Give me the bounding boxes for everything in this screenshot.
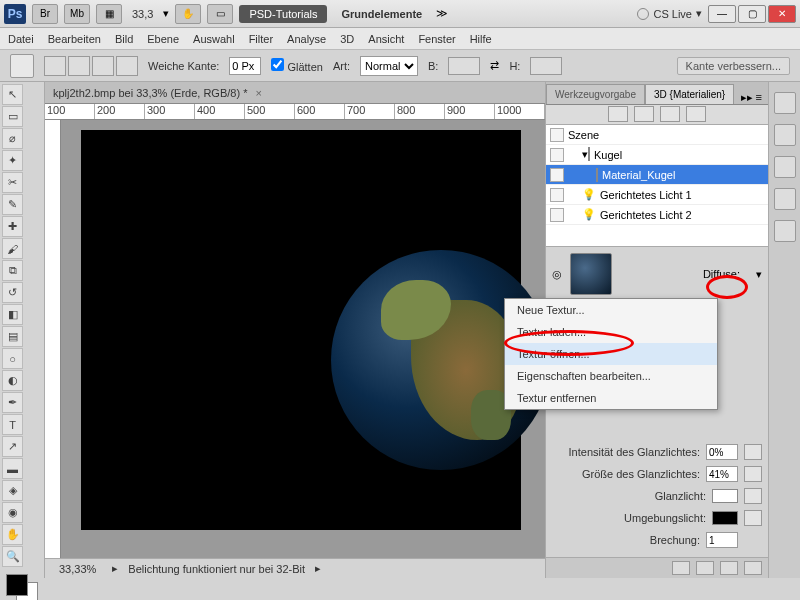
shape-tool[interactable]: ▬ [2,458,23,479]
color-swatch[interactable] [2,574,42,600]
feather-input[interactable] [229,57,261,75]
menu-bild[interactable]: Bild [115,33,133,45]
menu-open-texture[interactable]: Textur öffnen... [505,343,717,365]
view-button[interactable]: ▭ [207,4,233,24]
more-workspaces[interactable]: ≫ [436,7,448,20]
document-tab[interactable]: kplj2th2.bmp bei 33,3% (Erde, RGB/8) * × [45,82,545,104]
heal-tool[interactable]: ✚ [2,216,23,237]
close-button[interactable]: ✕ [768,5,796,23]
menu-ebene[interactable]: Ebene [147,33,179,45]
current-tool-icon[interactable] [10,54,34,78]
mb-button[interactable]: Mb [64,4,90,24]
maximize-button[interactable]: ▢ [738,5,766,23]
tab-werkzeugvorgabe[interactable]: Werkzeugvorgabe [546,84,645,104]
filter-mat-icon[interactable] [660,106,680,122]
lasso-tool[interactable]: ⌀ [2,128,23,149]
new-icon[interactable] [720,561,738,575]
menu-ansicht[interactable]: Ansicht [368,33,404,45]
menu-analyse[interactable]: Analyse [287,33,326,45]
glosssize-tex-icon[interactable] [744,466,762,482]
refraction-input[interactable] [706,532,738,548]
tab-3d-materialien[interactable]: 3D {Materialien} [645,84,734,104]
ambient-swatch[interactable] [712,511,738,525]
menu-fenster[interactable]: Fenster [418,33,455,45]
menu-remove-texture[interactable]: Textur entfernen [505,387,717,409]
tree-scene[interactable]: Szene [546,125,768,145]
intensity-input[interactable] [706,444,738,460]
menu-datei[interactable]: Datei [8,33,34,45]
3dcam-tool[interactable]: ◉ [2,502,23,523]
menu-auswahl[interactable]: Auswahl [193,33,235,45]
status-zoom[interactable]: 33,33% [53,563,102,575]
menu-hilfe[interactable]: Hilfe [470,33,492,45]
ambient-tex-icon[interactable] [744,510,762,526]
refine-edge-button[interactable]: Kante verbessern... [677,57,790,75]
style-select[interactable]: Normal [360,56,418,76]
eraser-tool[interactable]: ◧ [2,304,23,325]
sel-sub[interactable] [92,56,114,76]
antialias-check[interactable]: Glätten [271,58,323,73]
render-icon[interactable] [672,561,690,575]
hand-tool[interactable]: ✋ [2,524,23,545]
filter-light-icon[interactable] [686,106,706,122]
sel-new[interactable] [44,56,66,76]
tree-light1[interactable]: 💡 Gerichtetes Licht 1 [546,185,768,205]
swatches-panel-icon[interactable] [774,124,796,146]
menu-filter[interactable]: Filter [249,33,273,45]
tree-light2[interactable]: 💡 Gerichtetes Licht 2 [546,205,768,225]
eye-icon[interactable] [550,168,564,182]
menu-load-texture[interactable]: Textur laden... [505,321,717,343]
canvas[interactable] [61,120,545,558]
path-tool[interactable]: ↗ [2,436,23,457]
close-doc-icon[interactable]: × [255,87,261,99]
menu-new-texture[interactable]: Neue Textur... [505,299,717,321]
light-icon[interactable] [696,561,714,575]
zoom-tool[interactable]: 🔍 [2,546,23,567]
zoom-display[interactable]: 33,3 [128,8,157,20]
diffuse-texture-button[interactable]: ▾ [756,268,762,281]
workspace-tab-1[interactable]: PSD-Tutorials [239,5,327,23]
eye-icon[interactable] [550,128,564,142]
sel-inter[interactable] [116,56,138,76]
move-tool[interactable]: ↖ [2,84,23,105]
menu-edit-properties[interactable]: Eigenschaften bearbeiten... [505,365,717,387]
cslive-button[interactable]: CS Live▾ [637,7,702,20]
gloss-swatch[interactable] [712,489,738,503]
workspace-tab-2[interactable]: Grundelemente [333,5,430,23]
tree-material[interactable]: Material_Kugel [546,165,768,185]
layout-button[interactable]: ▦ [96,4,122,24]
pen-tool[interactable]: ✒ [2,392,23,413]
gloss-tex-icon[interactable] [744,488,762,504]
blur-tool[interactable]: ○ [2,348,23,369]
3d-tool[interactable]: ◈ [2,480,23,501]
layers-panel-icon[interactable] [774,220,796,242]
glosssize-input[interactable] [706,466,738,482]
gradient-tool[interactable]: ▤ [2,326,23,347]
wand-tool[interactable]: ✦ [2,150,23,171]
trash-icon[interactable] [744,561,762,575]
history-tool[interactable]: ↺ [2,282,23,303]
filter-scene-icon[interactable] [608,106,628,122]
minimize-button[interactable]: — [708,5,736,23]
eye-icon[interactable] [550,208,564,222]
eye-icon[interactable] [550,148,564,162]
bridge-button[interactable]: Br [32,4,58,24]
eyedropper-tool[interactable]: ✎ [2,194,23,215]
color-panel-icon[interactable] [774,92,796,114]
marquee-tool[interactable]: ▭ [2,106,23,127]
stamp-tool[interactable]: ⧉ [2,260,23,281]
hand-button[interactable]: ✋ [175,4,201,24]
tree-kugel[interactable]: ▾ Kugel [546,145,768,165]
orbit-icon[interactable]: ◎ [552,268,562,281]
sel-add[interactable] [68,56,90,76]
menu-3d[interactable]: 3D [340,33,354,45]
menu-bearbeiten[interactable]: Bearbeiten [48,33,101,45]
adjustments-panel-icon[interactable] [774,156,796,178]
brush-tool[interactable]: 🖌 [2,238,23,259]
eye-icon[interactable] [550,188,564,202]
dodge-tool[interactable]: ◐ [2,370,23,391]
crop-tool[interactable]: ✂ [2,172,23,193]
type-tool[interactable]: T [2,414,23,435]
styles-panel-icon[interactable] [774,188,796,210]
filter-mesh-icon[interactable] [634,106,654,122]
